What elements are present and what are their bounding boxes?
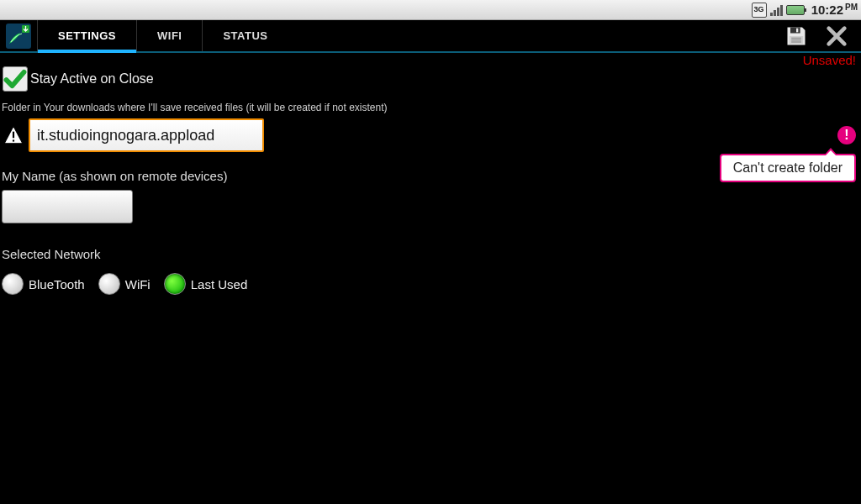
- save-button[interactable]: [784, 24, 809, 49]
- unsaved-indicator: Unsaved!: [803, 53, 856, 67]
- stay-active-label: Stay Active on Close: [30, 71, 154, 87]
- error-tooltip: Can't create folder: [720, 154, 856, 182]
- radio-bluetooth-label: BlueTooth: [29, 277, 93, 291]
- warning-icon: [2, 123, 25, 147]
- close-icon: [825, 24, 848, 48]
- network-3g-icon: 3G: [752, 3, 767, 18]
- app-tab-bar: SETTINGS WIFI STATUS: [0, 20, 861, 53]
- tab-status[interactable]: STATUS: [202, 20, 288, 51]
- svg-rect-8: [13, 132, 14, 139]
- system-status-bar: 3G 10:22PM: [0, 0, 861, 20]
- signal-icon: [770, 4, 783, 16]
- tab-settings[interactable]: SETTINGS: [37, 20, 136, 51]
- clock-time: 10:22PM: [808, 3, 858, 17]
- myname-input[interactable]: [2, 190, 133, 223]
- svg-rect-9: [13, 139, 14, 141]
- radio-wifi-label: WiFi: [125, 277, 159, 291]
- close-button[interactable]: [824, 24, 849, 49]
- stay-active-checkbox[interactable]: [3, 66, 28, 92]
- radio-bluetooth[interactable]: [2, 273, 24, 295]
- svg-rect-3: [796, 28, 798, 32]
- tab-wifi[interactable]: WIFI: [136, 20, 202, 51]
- radio-wifi[interactable]: [98, 273, 120, 295]
- error-badge-icon: !: [837, 126, 856, 144]
- radio-last-used[interactable]: [164, 273, 186, 295]
- radio-last-used-label: Last Used: [191, 277, 256, 291]
- checkmark-icon: [3, 67, 27, 91]
- network-label: Selected Network: [0, 223, 861, 268]
- folder-input[interactable]: [29, 118, 264, 152]
- app-logo-icon: [0, 20, 37, 51]
- folder-hint: Folder in Your downloads where I'll save…: [0, 93, 861, 118]
- floppy-disk-icon: [784, 24, 808, 48]
- battery-icon: [786, 5, 805, 15]
- svg-rect-2: [790, 27, 800, 33]
